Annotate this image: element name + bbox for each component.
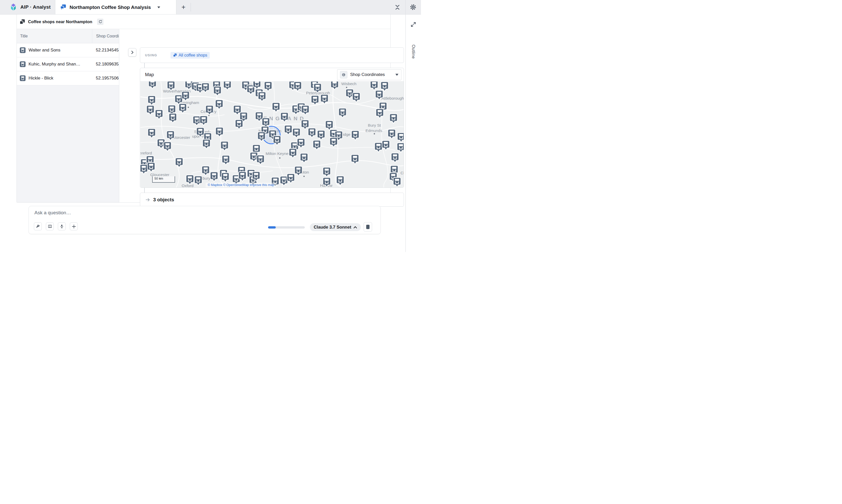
stop-button[interactable]	[364, 222, 372, 232]
shop-marker[interactable]	[294, 166, 303, 177]
add-attachment-button[interactable]	[70, 222, 78, 230]
shop-marker[interactable]	[181, 91, 190, 102]
shop-marker[interactable]	[329, 137, 338, 148]
shop-marker[interactable]	[397, 132, 404, 143]
shop-marker[interactable]	[147, 128, 156, 139]
shop-marker[interactable]	[167, 82, 175, 91]
shop-marker[interactable]	[168, 113, 177, 124]
shop-marker[interactable]	[280, 112, 289, 123]
shop-marker[interactable]	[322, 177, 331, 187]
shop-marker[interactable]	[396, 142, 404, 153]
shop-marker[interactable]	[297, 138, 305, 149]
shop-marker[interactable]	[148, 82, 157, 89]
shop-marker[interactable]	[311, 95, 319, 106]
shop-marker[interactable]	[312, 140, 321, 150]
shop-marker[interactable]	[286, 173, 295, 184]
map-scale: 50 km	[152, 176, 175, 183]
map-canvas[interactable]: WolverhamptonLeicesterWisbechPeterboroug…	[140, 82, 404, 187]
collapse-vertical-button[interactable]	[392, 2, 403, 13]
shop-marker[interactable]	[175, 158, 183, 168]
outline-tab[interactable]: Outline	[411, 44, 416, 59]
map-attribution[interactable]: © Mapbox © OpenStreetMap Improve this ma…	[205, 183, 276, 187]
knowledge-book-button[interactable]	[46, 222, 54, 230]
shop-marker[interactable]	[272, 102, 280, 113]
shop-marker[interactable]	[235, 119, 244, 130]
refresh-button[interactable]	[97, 19, 104, 25]
shop-marker[interactable]	[320, 94, 329, 105]
shop-marker[interactable]	[393, 177, 401, 187]
table-row[interactable]: Walter and Sons 52.2134545,	[17, 43, 119, 57]
shop-marker[interactable]	[256, 155, 265, 165]
shop-marker[interactable]	[185, 175, 194, 185]
expand-panel-button[interactable]	[408, 19, 419, 30]
shop-marker[interactable]	[221, 172, 230, 183]
shop-marker[interactable]	[155, 109, 163, 120]
tools-wrench-button[interactable]	[34, 222, 42, 230]
shop-marker[interactable]	[351, 130, 360, 141]
flow-connector	[144, 188, 145, 193]
chevron-down-icon[interactable]	[157, 6, 160, 8]
tab-northampton-analysis[interactable]: Northampton Coffee Shop Analysis	[55, 0, 176, 15]
shop-marker[interactable]	[147, 95, 156, 106]
shop-marker[interactable]	[391, 152, 399, 163]
shop-marker[interactable]	[163, 141, 172, 152]
shop-marker[interactable]	[215, 100, 223, 110]
shop-marker[interactable]	[338, 108, 347, 119]
shop-marker[interactable]	[301, 105, 310, 116]
shop-marker[interactable]	[322, 167, 331, 178]
shop-marker[interactable]	[257, 131, 266, 142]
shop-marker[interactable]	[381, 140, 390, 151]
shop-marker[interactable]	[238, 171, 247, 182]
objects-result-row[interactable]: 3 objects	[140, 193, 404, 206]
shop-marker[interactable]	[178, 103, 187, 114]
new-tab-button[interactable]: +	[178, 0, 189, 14]
shop-marker[interactable]	[264, 82, 272, 92]
settings-gear-button[interactable]	[408, 2, 419, 13]
microphone-button[interactable]	[58, 222, 66, 230]
expand-columns-button[interactable]	[128, 48, 136, 57]
shop-marker[interactable]	[213, 86, 222, 96]
shop-marker[interactable]	[336, 176, 344, 186]
shop-marker[interactable]	[273, 135, 281, 146]
shop-marker[interactable]	[288, 148, 297, 159]
object-set-chip[interactable]: All coffee shops	[171, 52, 210, 59]
shop-marker[interactable]	[215, 127, 224, 138]
shop-marker[interactable]	[252, 171, 261, 182]
table-row[interactable]: Hickle - Blick 52.1957506,	[17, 71, 119, 85]
table-row[interactable]: Kuhic, Murphy and Shan… 52.1809635,	[17, 57, 119, 71]
shop-marker[interactable]	[370, 82, 378, 91]
shop-marker[interactable]	[221, 155, 230, 166]
shop-marker[interactable]	[194, 176, 202, 186]
question-input[interactable]	[34, 210, 264, 216]
shop-marker[interactable]	[205, 105, 214, 116]
shop-marker[interactable]	[352, 92, 361, 103]
shop-marker[interactable]	[317, 130, 325, 141]
shop-marker[interactable]	[313, 83, 322, 94]
column-header-coordinates[interactable]: Shop Coordinates	[92, 29, 119, 43]
column-header-title[interactable]: Title	[17, 34, 92, 38]
shop-marker[interactable]	[330, 82, 339, 90]
shop-marker[interactable]	[210, 172, 218, 182]
model-selector[interactable]: Claude 3.7 Sonnet	[310, 223, 361, 231]
shop-marker[interactable]	[147, 162, 156, 173]
shop-marker[interactable]	[387, 129, 396, 140]
shop-marker[interactable]	[284, 125, 292, 136]
shop-marker[interactable]	[166, 130, 175, 141]
shop-marker[interactable]	[292, 128, 301, 139]
shop-marker[interactable]	[223, 82, 232, 91]
shop-marker[interactable]	[293, 82, 302, 92]
shop-marker[interactable]	[375, 90, 383, 101]
shop-marker[interactable]	[199, 115, 208, 126]
shop-marker[interactable]	[201, 166, 210, 176]
shop-marker[interactable]	[351, 154, 359, 165]
shop-marker[interactable]	[300, 153, 308, 164]
layer-select-dropdown[interactable]: Shop Coordinates	[337, 69, 401, 80]
shop-marker[interactable]	[308, 128, 316, 138]
shop-marker[interactable]	[258, 91, 266, 102]
shop-marker[interactable]	[201, 83, 210, 93]
shop-marker[interactable]	[389, 113, 398, 124]
shop-marker[interactable]	[146, 105, 155, 116]
shop-marker[interactable]	[375, 108, 384, 119]
shop-marker[interactable]	[202, 139, 211, 149]
shop-marker[interactable]	[220, 141, 229, 151]
